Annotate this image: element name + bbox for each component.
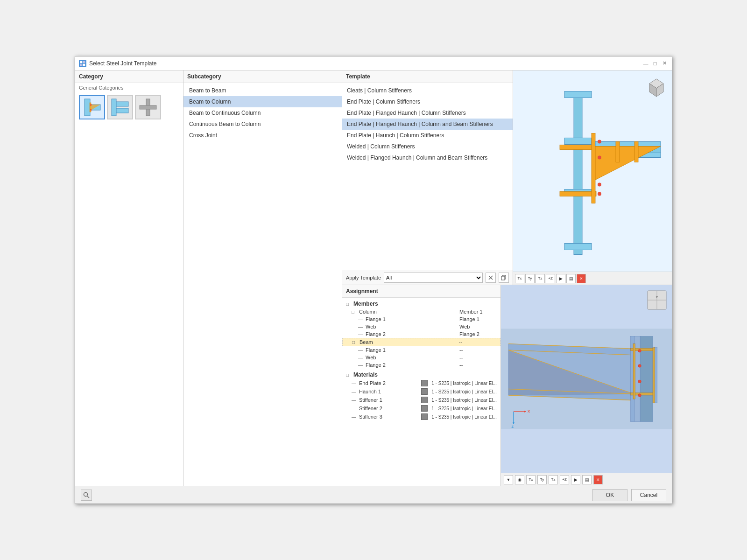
svg-rect-36 xyxy=(634,142,638,162)
main-content: Category General Categories xyxy=(75,70,672,486)
template-item-endplate-haunch-col[interactable]: End Plate | Haunch | Column Stiffeners xyxy=(342,130,513,141)
svg-rect-66 xyxy=(653,348,655,403)
assignment-tree: □ Members □ Column Member 1 — Flange 1 xyxy=(342,298,500,423)
subcategory-item-continuous-beam-to-column[interactable]: Continuous Beam to Column xyxy=(183,119,342,130)
svg-rect-10 xyxy=(112,99,116,116)
svg-rect-1 xyxy=(83,61,85,63)
column-web-row: — Web Web xyxy=(342,323,500,330)
view-bot-btn-4[interactable]: +Z xyxy=(560,475,569,484)
mat-stiffener2-value: 1 - S235 | Isotropic | Linear El... xyxy=(431,406,497,411)
mat-haunch1-row: — Haunch 1 1 - S235 | Isotropic | Linear… xyxy=(342,387,500,396)
view-bot-btn-arr[interactable]: ▼ xyxy=(504,475,513,484)
nav-cube[interactable] xyxy=(645,74,668,98)
template-item-cleats[interactable]: Cleats | Column Stiffeners xyxy=(342,85,513,96)
svg-rect-27 xyxy=(564,244,592,250)
category-icon-3[interactable] xyxy=(135,95,161,119)
svg-rect-28 xyxy=(560,145,596,150)
col-flange2-value: Flange 2 xyxy=(459,331,497,337)
svg-point-39 xyxy=(598,183,601,187)
column-value: Member 1 xyxy=(459,309,497,315)
materials-collapse-icon[interactable]: □ xyxy=(346,372,352,378)
maximize-button[interactable]: □ xyxy=(651,60,659,67)
main-window: Select Steel Joint Template — □ ✕ Catego… xyxy=(75,56,672,504)
svg-rect-2 xyxy=(80,64,82,66)
beam-flange1-label: Flange 1 xyxy=(366,347,458,353)
members-collapse-icon[interactable]: □ xyxy=(346,301,352,307)
svg-point-61 xyxy=(638,349,641,352)
svg-text:Y: Y xyxy=(655,295,658,299)
mat-haunch1-swatch xyxy=(421,388,428,395)
col-f2-dash: — xyxy=(358,332,364,337)
cancel-button[interactable]: Cancel xyxy=(631,489,666,501)
svg-point-37 xyxy=(598,140,601,144)
beam-flange2-row: — Flange 2 -- xyxy=(342,361,500,369)
view-top-btn-4[interactable]: +Z xyxy=(546,274,555,283)
nav-cube-bottom[interactable]: Y xyxy=(646,289,668,313)
column-flange1-row: — Flange 1 Flange 1 xyxy=(342,315,500,323)
view-top-btn-1[interactable]: Tx xyxy=(515,274,524,283)
svg-point-40 xyxy=(598,192,601,196)
close-button[interactable]: ✕ xyxy=(661,60,668,67)
template-item-endplate-flanged-col[interactable]: End Plate | Flanged Haunch | Column Stif… xyxy=(342,107,513,119)
view-bot-btn-red[interactable]: ✕ xyxy=(593,475,603,484)
mat-haunch-dash: — xyxy=(352,389,357,394)
template-item-welded-flanged[interactable]: Welded | Flanged Haunch | Column and Bea… xyxy=(342,152,513,163)
svg-point-63 xyxy=(638,380,641,383)
svg-rect-3 xyxy=(83,64,85,66)
template-item-endplate-flanged-col-beam[interactable]: End Plate | Flanged Haunch | Column and … xyxy=(342,119,513,130)
subcategory-item-cross-joint[interactable]: Cross Joint xyxy=(183,130,342,141)
template-list: Cleats | Column Stiffeners End Plate | C… xyxy=(342,83,513,270)
delete-template-button[interactable] xyxy=(486,273,496,283)
materials-group-header: □ Materials xyxy=(342,371,500,379)
svg-rect-35 xyxy=(616,142,620,162)
ok-button[interactable]: OK xyxy=(592,489,627,501)
template-item-endplate-col[interactable]: End Plate | Column Stiffeners xyxy=(342,96,513,107)
svg-rect-30 xyxy=(592,133,595,203)
view-top-btn-6[interactable]: ▤ xyxy=(566,274,576,283)
view-top-btn-2[interactable]: Ty xyxy=(525,274,535,283)
beam-web-dash: — xyxy=(358,355,364,360)
view-bot-btn-2[interactable]: Ty xyxy=(537,475,547,484)
apply-template-dropdown[interactable]: All Selected xyxy=(384,273,483,283)
mat-dash: — xyxy=(352,381,357,386)
copy-template-button[interactable] xyxy=(499,273,509,283)
view-top-btn-red[interactable]: ✕ xyxy=(577,274,586,283)
view-bot-btn-1[interactable]: Tx xyxy=(526,475,536,484)
view-bot-btn-6[interactable]: ▤ xyxy=(582,475,592,484)
mat-stiffener3-value: 1 - S235 | Isotropic | Linear El... xyxy=(431,414,497,420)
mat-stiffener2-label: Stiffener 2 xyxy=(359,406,419,411)
beam-web-value: -- xyxy=(459,355,497,360)
beam-flange2-value: -- xyxy=(459,362,497,368)
category-panel: Category General Categories xyxy=(75,70,183,486)
svg-rect-23 xyxy=(574,91,582,255)
minimize-button[interactable]: — xyxy=(642,60,649,67)
subcategory-panel: Subcategory Beam to Beam Beam to Column … xyxy=(183,70,342,486)
subcategory-item-beam-to-beam[interactable]: Beam to Beam xyxy=(183,85,342,96)
category-sublabel: General Categories xyxy=(75,83,183,92)
view-bot-btn-5[interactable]: ▶ xyxy=(571,475,580,484)
view-top-btn-5[interactable]: ▶ xyxy=(556,274,565,283)
view-bot-btn-cam[interactable]: ◉ xyxy=(515,475,524,484)
subcategory-item-beam-to-column[interactable]: Beam to Column xyxy=(183,96,342,107)
template-item-welded-col[interactable]: Welded | Column Stiffeners xyxy=(342,141,513,152)
members-label: Members xyxy=(353,301,497,307)
column-collapse-icon[interactable]: □ xyxy=(352,309,357,315)
view-bot-btn-3[interactable]: Tz xyxy=(549,475,558,484)
category-icon-1[interactable] xyxy=(79,95,105,119)
subcategory-item-beam-to-continuous-column[interactable]: Beam to Continuous Column xyxy=(183,107,342,119)
category-icon-2[interactable] xyxy=(107,95,133,119)
beam-value: -- xyxy=(459,339,496,345)
beam-row: □ Beam -- xyxy=(342,338,500,346)
view-top-btn-3[interactable]: Tz xyxy=(536,274,545,283)
mat-stiffener2-swatch xyxy=(421,405,428,412)
mat-endplate2-label: End Plate 2 xyxy=(359,380,419,386)
3d-scene-bottom: X Z xyxy=(501,285,672,473)
mat-s3-dash: — xyxy=(352,414,357,420)
col-f1-dash: — xyxy=(358,317,364,322)
col-flange1-label: Flange 1 xyxy=(366,316,458,322)
mat-stiffener1-row: — Stiffener 1 1 - S235 | Isotropic | Lin… xyxy=(342,396,500,404)
search-button[interactable] xyxy=(81,490,92,501)
beam-collapse-icon[interactable]: □ xyxy=(352,340,358,345)
category-icons-container xyxy=(75,92,183,122)
mat-stiffener3-row: — Stiffener 3 1 - S235 | Isotropic | Lin… xyxy=(342,413,500,421)
